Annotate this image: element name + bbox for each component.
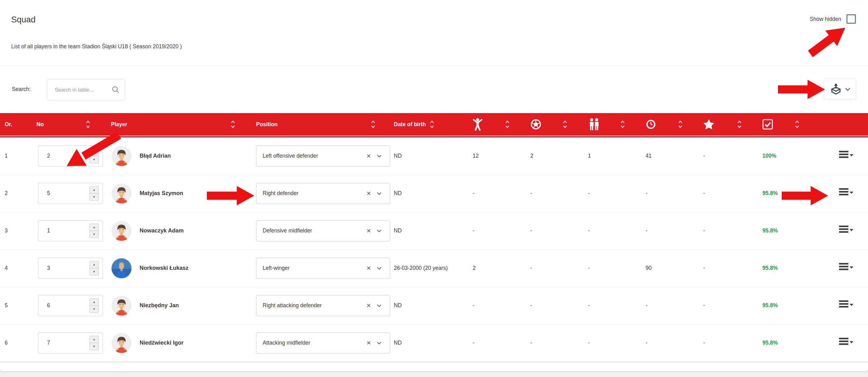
export-icon [830,83,842,95]
shirt-number-input[interactable]: ▲▼ [38,220,103,242]
clear-icon[interactable]: ✕ [366,153,371,159]
column-header-dob[interactable]: Date of birth [393,113,457,135]
stepper-up-icon[interactable]: ▲ [90,299,98,306]
row-menu-button[interactable] [839,187,854,200]
stat-value: - [687,137,746,175]
show-hidden-label: Show hidden [810,16,841,23]
chevron-down-icon[interactable] [377,229,382,232]
stat-value: - [572,287,629,324]
shirt-number-input[interactable]: ▲▼ [38,183,103,204]
clear-icon[interactable]: ✕ [366,227,371,234]
shirt-number-value[interactable] [47,265,75,271]
shirt-number-value[interactable] [47,302,75,309]
shirt-number-value[interactable] [47,153,75,159]
row-menu-button[interactable] [839,224,854,238]
position-select[interactable]: Left-winger✕ [256,258,390,279]
stepper-up-icon[interactable]: ▲ [90,261,98,269]
clear-icon[interactable]: ✕ [366,302,371,309]
player-name: Norkowski Łukasz [140,265,188,271]
shirt-number-value[interactable] [47,340,75,346]
sort-icon[interactable] [505,120,510,129]
shirt-number-input[interactable]: ▲▼ [38,333,103,354]
stepper-up-icon[interactable]: ▲ [90,187,98,194]
position-select[interactable]: Defensive midfielder✕ [256,220,390,242]
sort-icon[interactable] [86,120,90,129]
chevron-down-icon[interactable] [377,342,382,345]
stat-value: 2 [514,137,572,175]
row-menu-button[interactable] [839,150,854,163]
player-avatar [112,333,131,353]
shirt-number-input[interactable]: ▲▼ [38,146,103,167]
column-header-appearances[interactable] [457,113,514,135]
menu-caret-icon [849,266,854,269]
stepper-up-icon[interactable]: ▲ [90,224,98,231]
row-menu-button[interactable] [839,262,854,275]
number-stepper[interactable]: ▲▼ [89,261,99,276]
number-stepper[interactable]: ▲▼ [89,186,99,201]
search-input[interactable] [48,87,112,93]
soccer-ball-icon [530,119,541,130]
stat-value: - [687,287,746,324]
menu-caret-icon [849,192,854,194]
stat-value: - [514,250,572,287]
sort-icon[interactable] [678,120,683,129]
column-header-goals[interactable] [514,113,572,135]
clear-icon[interactable]: ✕ [366,340,371,346]
dob-cell: ND [393,137,457,175]
attendance-checkbox-icon [763,119,773,130]
sort-icon[interactable] [737,120,742,129]
clear-icon[interactable]: ✕ [366,190,371,197]
dob-cell: ND [393,287,457,324]
stepper-up-icon[interactable]: ▲ [90,149,98,156]
column-header-assists[interactable] [572,113,629,135]
column-header-number[interactable]: No [31,113,109,135]
stepper-down-icon[interactable]: ▼ [90,306,98,313]
chevron-down-icon[interactable] [377,267,382,270]
row-menu-button[interactable] [839,299,854,312]
row-menu-button[interactable] [839,337,854,350]
stat-value: 90 [629,250,687,287]
stepper-down-icon[interactable]: ▼ [90,156,98,163]
shirt-number-value[interactable] [47,227,75,234]
position-select[interactable]: Attacking midfielder✕ [256,333,390,354]
stepper-down-icon[interactable]: ▼ [90,268,98,275]
number-stepper[interactable]: ▲▼ [89,299,99,313]
column-header-attendance[interactable] [746,113,804,135]
column-header-actions [804,113,868,135]
position-select[interactable]: Right defender✕ [256,183,390,204]
sort-icon[interactable] [620,120,625,129]
column-header-minutes[interactable] [629,113,687,135]
stat-value: - [629,212,687,249]
stepper-down-icon[interactable]: ▼ [90,193,98,200]
clear-icon[interactable]: ✕ [366,265,371,272]
sort-icon[interactable] [371,120,375,129]
stepper-down-icon[interactable]: ▼ [90,343,98,350]
sort-icon[interactable] [230,120,235,129]
chevron-down-icon[interactable] [377,192,382,195]
player-avatar [112,221,131,241]
player-avatar [112,258,131,278]
number-stepper[interactable]: ▲▼ [89,336,99,350]
stepper-down-icon[interactable]: ▼ [90,231,98,238]
column-header-rating[interactable] [687,113,746,135]
export-button[interactable] [824,78,856,100]
show-hidden-checkbox[interactable] [846,14,856,24]
shirt-number-input[interactable]: ▲▼ [38,258,103,279]
card-footer [0,362,868,370]
sort-icon[interactable] [430,120,434,129]
player-avatar [112,146,131,166]
column-header-position[interactable]: Position [255,113,393,135]
position-select[interactable]: Left offensive defender✕ [256,146,390,167]
stat-value: 2 [457,250,514,287]
chevron-down-icon[interactable] [377,304,382,307]
chevron-down-icon[interactable] [377,155,382,158]
sort-icon[interactable] [795,120,800,129]
stepper-up-icon[interactable]: ▲ [90,336,98,343]
sort-icon[interactable] [563,120,567,129]
number-stepper[interactable]: ▲▼ [89,149,99,163]
shirt-number-value[interactable] [47,190,75,197]
column-header-player[interactable]: Player [109,113,255,135]
number-stepper[interactable]: ▲▼ [89,224,99,238]
position-select[interactable]: Right attacking defender✕ [256,295,390,316]
shirt-number-input[interactable]: ▲▼ [38,295,103,316]
